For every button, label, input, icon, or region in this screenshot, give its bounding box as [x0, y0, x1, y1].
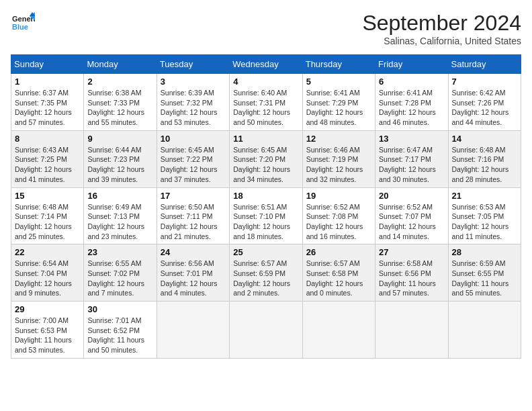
- day-info: Sunrise: 6:38 AMSunset: 7:33 PMDaylight:…: [87, 88, 152, 128]
- day-number: 7: [452, 77, 517, 87]
- day-number: 4: [233, 77, 298, 87]
- calendar-cell: [230, 302, 302, 359]
- column-header-thursday: Thursday: [302, 55, 375, 74]
- day-info: Sunrise: 6:54 AMSunset: 7:04 PMDaylight:…: [15, 259, 80, 298]
- day-number: 24: [161, 247, 226, 257]
- calendar-cell: 3Sunrise: 6:39 AMSunset: 7:32 PMDaylight…: [157, 74, 229, 131]
- calendar-cell: 22Sunrise: 6:54 AMSunset: 7:04 PMDayligh…: [11, 244, 84, 302]
- day-info: Sunrise: 6:49 AMSunset: 7:13 PMDaylight:…: [87, 202, 152, 242]
- day-info: Sunrise: 6:48 AMSunset: 7:16 PMDaylight:…: [452, 145, 517, 185]
- calendar-cell: 28Sunrise: 6:59 AMSunset: 6:55 PMDayligh…: [448, 244, 521, 302]
- day-info: Sunrise: 6:45 AMSunset: 7:22 PMDaylight:…: [161, 145, 226, 185]
- calendar-cell: 25Sunrise: 6:57 AMSunset: 6:59 PMDayligh…: [230, 244, 302, 302]
- calendar-cell: 12Sunrise: 6:46 AMSunset: 7:19 PMDayligh…: [302, 130, 375, 187]
- day-number: 27: [379, 247, 444, 257]
- day-number: 2: [87, 77, 152, 87]
- calendar-cell: [375, 302, 448, 359]
- day-info: Sunrise: 6:40 AMSunset: 7:31 PMDaylight:…: [233, 88, 298, 128]
- calendar-cell: 10Sunrise: 6:45 AMSunset: 7:22 PMDayligh…: [157, 130, 229, 187]
- day-number: 6: [379, 77, 444, 87]
- day-info: Sunrise: 6:43 AMSunset: 7:25 PMDaylight:…: [15, 145, 80, 185]
- calendar-cell: 5Sunrise: 6:41 AMSunset: 7:29 PMDaylight…: [302, 74, 375, 131]
- calendar-week-row: 1Sunrise: 6:37 AMSunset: 7:35 PMDaylight…: [11, 74, 521, 131]
- day-number: 1: [15, 77, 80, 87]
- day-info: Sunrise: 7:01 AMSunset: 6:52 PMDaylight:…: [87, 316, 152, 355]
- day-number: 20: [379, 191, 444, 201]
- day-number: 14: [452, 134, 517, 144]
- calendar-cell: 17Sunrise: 6:50 AMSunset: 7:11 PMDayligh…: [157, 187, 229, 244]
- day-info: Sunrise: 6:58 AMSunset: 6:56 PMDaylight:…: [379, 259, 444, 298]
- calendar-cell: 30Sunrise: 7:01 AMSunset: 6:52 PMDayligh…: [84, 302, 157, 359]
- day-info: Sunrise: 6:56 AMSunset: 7:01 PMDaylight:…: [161, 259, 226, 298]
- day-info: Sunrise: 6:42 AMSunset: 7:26 PMDaylight:…: [452, 88, 517, 128]
- column-header-friday: Friday: [375, 55, 448, 74]
- day-info: Sunrise: 6:50 AMSunset: 7:11 PMDaylight:…: [161, 202, 226, 242]
- calendar-cell: 2Sunrise: 6:38 AMSunset: 7:33 PMDaylight…: [84, 74, 157, 131]
- calendar-cell: 9Sunrise: 6:44 AMSunset: 7:23 PMDaylight…: [84, 130, 157, 187]
- day-info: Sunrise: 6:51 AMSunset: 7:10 PMDaylight:…: [233, 202, 298, 242]
- calendar-cell: 24Sunrise: 6:56 AMSunset: 7:01 PMDayligh…: [157, 244, 229, 302]
- day-number: 16: [87, 191, 152, 201]
- calendar-cell: 4Sunrise: 6:40 AMSunset: 7:31 PMDaylight…: [230, 74, 302, 131]
- svg-text:Blue: Blue: [12, 23, 28, 31]
- day-number: 26: [306, 247, 371, 257]
- title-area: September 2024 Salinas, California, Unit…: [362, 11, 521, 46]
- day-number: 5: [306, 77, 371, 87]
- day-info: Sunrise: 6:41 AMSunset: 7:28 PMDaylight:…: [379, 88, 444, 128]
- day-info: Sunrise: 6:37 AMSunset: 7:35 PMDaylight:…: [15, 88, 80, 128]
- day-info: Sunrise: 6:44 AMSunset: 7:23 PMDaylight:…: [87, 145, 152, 185]
- day-number: 3: [161, 77, 226, 87]
- day-info: Sunrise: 6:52 AMSunset: 7:08 PMDaylight:…: [306, 202, 371, 242]
- column-header-monday: Monday: [84, 55, 157, 74]
- day-info: Sunrise: 6:48 AMSunset: 7:14 PMDaylight:…: [15, 202, 80, 242]
- day-number: 12: [306, 134, 371, 144]
- calendar-cell: 19Sunrise: 6:52 AMSunset: 7:08 PMDayligh…: [302, 187, 375, 244]
- calendar-cell: 15Sunrise: 6:48 AMSunset: 7:14 PMDayligh…: [11, 187, 84, 244]
- calendar-cell: 11Sunrise: 6:45 AMSunset: 7:20 PMDayligh…: [230, 130, 302, 187]
- calendar-cell: 14Sunrise: 6:48 AMSunset: 7:16 PMDayligh…: [448, 130, 521, 187]
- calendar-cell: 26Sunrise: 6:57 AMSunset: 6:58 PMDayligh…: [302, 244, 375, 302]
- calendar-week-row: 8Sunrise: 6:43 AMSunset: 7:25 PMDaylight…: [11, 130, 521, 187]
- calendar-cell: 18Sunrise: 6:51 AMSunset: 7:10 PMDayligh…: [230, 187, 302, 244]
- day-number: 11: [233, 134, 298, 144]
- day-number: 25: [233, 247, 298, 257]
- calendar-cell: [448, 302, 521, 359]
- column-header-tuesday: Tuesday: [157, 55, 229, 74]
- logo-icon: General Blue: [11, 11, 35, 35]
- day-info: Sunrise: 6:55 AMSunset: 7:02 PMDaylight:…: [87, 259, 152, 298]
- day-info: Sunrise: 6:59 AMSunset: 6:55 PMDaylight:…: [452, 259, 517, 298]
- calendar-cell: 20Sunrise: 6:52 AMSunset: 7:07 PMDayligh…: [375, 187, 448, 244]
- calendar-table: SundayMondayTuesdayWednesdayThursdayFrid…: [11, 54, 521, 359]
- location: Salinas, California, United States: [362, 36, 521, 46]
- day-number: 30: [87, 304, 152, 314]
- column-header-saturday: Saturday: [448, 55, 521, 74]
- calendar-week-row: 22Sunrise: 6:54 AMSunset: 7:04 PMDayligh…: [11, 244, 521, 302]
- calendar-cell: 21Sunrise: 6:53 AMSunset: 7:05 PMDayligh…: [448, 187, 521, 244]
- calendar-cell: 1Sunrise: 6:37 AMSunset: 7:35 PMDaylight…: [11, 74, 84, 131]
- day-number: 23: [87, 247, 152, 257]
- day-number: 28: [452, 247, 517, 257]
- day-info: Sunrise: 6:57 AMSunset: 6:58 PMDaylight:…: [306, 259, 371, 298]
- day-number: 13: [379, 134, 444, 144]
- calendar-week-row: 29Sunrise: 7:00 AMSunset: 6:53 PMDayligh…: [11, 302, 521, 359]
- day-number: 10: [161, 134, 226, 144]
- calendar-week-row: 15Sunrise: 6:48 AMSunset: 7:14 PMDayligh…: [11, 187, 521, 244]
- calendar-cell: 8Sunrise: 6:43 AMSunset: 7:25 PMDaylight…: [11, 130, 84, 187]
- logo: General Blue: [11, 11, 35, 35]
- page-header: General Blue September 2024 Salinas, Cal…: [11, 11, 521, 46]
- calendar-header-row: SundayMondayTuesdayWednesdayThursdayFrid…: [11, 55, 521, 74]
- month-title: September 2024: [362, 11, 521, 36]
- day-info: Sunrise: 6:45 AMSunset: 7:20 PMDaylight:…: [233, 145, 298, 185]
- calendar-cell: 16Sunrise: 6:49 AMSunset: 7:13 PMDayligh…: [84, 187, 157, 244]
- calendar-cell: 27Sunrise: 6:58 AMSunset: 6:56 PMDayligh…: [375, 244, 448, 302]
- calendar-cell: [157, 302, 229, 359]
- column-header-sunday: Sunday: [11, 55, 84, 74]
- day-number: 15: [15, 191, 80, 201]
- day-number: 21: [452, 191, 517, 201]
- calendar-cell: 23Sunrise: 6:55 AMSunset: 7:02 PMDayligh…: [84, 244, 157, 302]
- day-number: 22: [15, 247, 80, 257]
- day-info: Sunrise: 7:00 AMSunset: 6:53 PMDaylight:…: [15, 316, 80, 355]
- day-info: Sunrise: 6:52 AMSunset: 7:07 PMDaylight:…: [379, 202, 444, 242]
- day-number: 9: [87, 134, 152, 144]
- day-number: 8: [15, 134, 80, 144]
